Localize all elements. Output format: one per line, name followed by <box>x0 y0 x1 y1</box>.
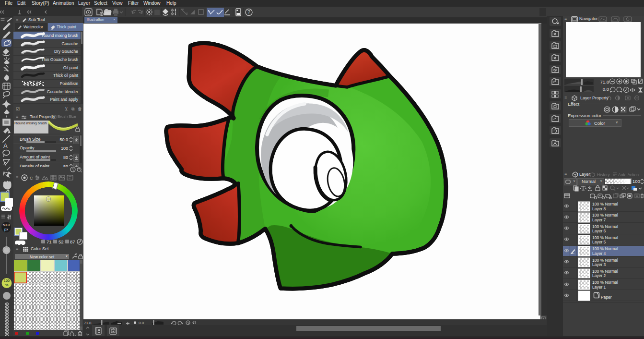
svg-text:%: % <box>5 283 9 287</box>
svg-text:Auto Action: Auto Action <box>618 172 639 177</box>
svg-text:100: 100 <box>4 278 10 283</box>
svg-text:50.0: 50.0 <box>3 223 10 227</box>
svg-text:History: History <box>597 172 610 177</box>
svg-text:px: px <box>4 227 8 231</box>
svg-text:A: A <box>3 142 8 149</box>
svg-text:0.0: 0.0 <box>139 321 144 325</box>
svg-text:?: ? <box>247 10 250 15</box>
svg-text:C: C <box>30 176 33 181</box>
